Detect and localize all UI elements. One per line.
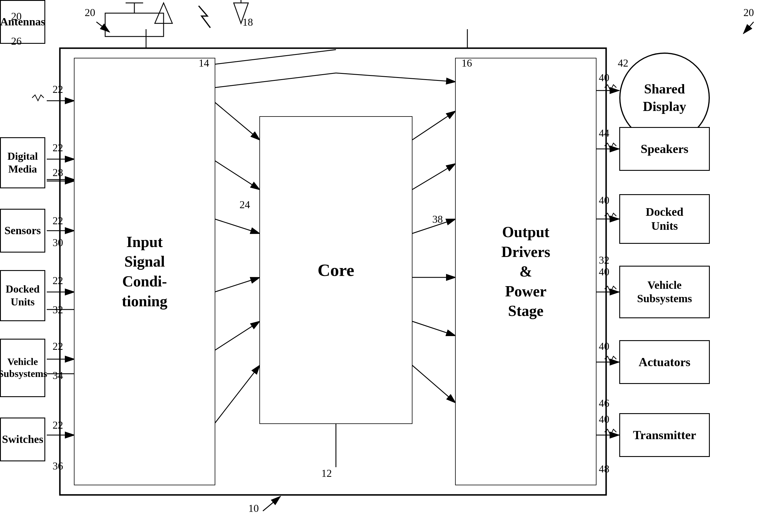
svg-line-16 xyxy=(215,219,260,234)
svg-line-45 xyxy=(744,22,754,33)
digital-media-box: DigitalMedia xyxy=(0,137,45,188)
ref-30: 30 xyxy=(52,237,63,249)
actuators-box: Actuators xyxy=(619,340,710,384)
svg-line-46 xyxy=(263,496,281,511)
svg-line-21 xyxy=(336,73,456,82)
svg-line-44 xyxy=(96,22,110,32)
transmitter-label: Transmitter xyxy=(633,428,696,442)
ref-16: 16 xyxy=(461,57,472,69)
vehicle-subsystems-output-box: VehicleSubsystems xyxy=(619,266,710,318)
actuators-label: Actuators xyxy=(639,355,690,369)
digital-media-label: DigitalMedia xyxy=(8,150,38,175)
ref-32-in: 32 xyxy=(52,304,63,316)
output-drivers-label: OutputDrivers&PowerStage xyxy=(501,222,550,321)
svg-line-20 xyxy=(215,73,336,88)
ref-24: 24 xyxy=(239,198,250,211)
ref-42: 42 xyxy=(618,57,628,69)
switches-box: Switches xyxy=(0,417,45,461)
svg-marker-40 xyxy=(155,3,172,23)
ref-40-2: 40 xyxy=(599,194,609,207)
ref-22-4: 22 xyxy=(52,274,63,287)
output-drivers-block: OutputDrivers&PowerStage xyxy=(456,58,596,485)
core-label: Core xyxy=(318,259,354,281)
svg-line-22 xyxy=(412,111,456,140)
ref-14: 14 xyxy=(199,57,209,69)
docked-units-output-label: DockedUnits xyxy=(646,205,683,233)
ref-22-2: 22 xyxy=(52,142,63,154)
ref-20-topcenter: 20 xyxy=(85,6,95,19)
sensors-box: Sensors xyxy=(0,209,45,253)
ref-22-5: 22 xyxy=(52,340,63,353)
docked-units-input-label: DockedUnits xyxy=(6,283,40,308)
ref-46: 46 xyxy=(599,397,609,409)
ref-18: 18 xyxy=(242,16,253,28)
ref-32-out: 32 xyxy=(599,254,609,266)
antennas-label: Antennas xyxy=(0,15,45,29)
svg-line-26 xyxy=(412,321,456,336)
switches-label: Switches xyxy=(2,433,43,446)
svg-line-17 xyxy=(215,277,260,292)
transmitter-box: Transmitter xyxy=(619,413,710,457)
ref-12: 12 xyxy=(321,467,332,480)
docked-units-input-box: DockedUnits xyxy=(0,270,45,321)
ref-20-topright: 20 xyxy=(744,6,754,19)
ref-22-1: 22 xyxy=(52,83,63,96)
input-signal-conditioning-block: InputSignalCondi-tioning xyxy=(75,58,215,485)
antennas-box: Antennas xyxy=(0,0,45,44)
ref-38: 38 xyxy=(432,213,443,226)
ref-48: 48 xyxy=(599,463,609,475)
ref-28: 28 xyxy=(52,166,63,179)
ref-40-5: 40 xyxy=(599,413,609,425)
speakers-box: Speakers xyxy=(619,127,710,171)
ref-10: 10 xyxy=(248,502,259,515)
ref-44: 44 xyxy=(599,127,609,139)
svg-line-15 xyxy=(215,161,260,190)
docked-units-output-box: DockedUnits xyxy=(619,194,710,244)
shared-display-label: SharedDisplay xyxy=(643,80,686,115)
sensors-label: Sensors xyxy=(4,224,41,237)
svg-rect-37 xyxy=(105,13,163,36)
vehicle-subsystems-output-label: VehicleSubsystems xyxy=(637,279,692,305)
ref-36: 36 xyxy=(52,460,63,472)
svg-line-19 xyxy=(215,365,260,423)
svg-line-50 xyxy=(215,50,336,64)
ref-26: 26 xyxy=(11,35,22,47)
ref-40-3: 40 xyxy=(599,266,609,278)
svg-line-27 xyxy=(412,365,456,403)
svg-line-14 xyxy=(215,102,260,140)
vehicle-subsystems-input-box: VehicleSubsystems xyxy=(0,339,45,397)
ref-40-4: 40 xyxy=(599,340,609,353)
vehicle-subsystems-input-label: VehicleSubsystems xyxy=(0,356,47,380)
core-block: Core xyxy=(260,117,412,423)
ref-22-3: 22 xyxy=(52,215,63,227)
ref-40-1: 40 xyxy=(599,72,609,84)
ref-34-in: 34 xyxy=(52,369,63,382)
svg-line-23 xyxy=(412,163,456,190)
diagram-container: Antennas DigitalMedia Sensors DockedUnit… xyxy=(0,0,777,532)
speakers-label: Speakers xyxy=(641,142,688,156)
svg-line-18 xyxy=(215,321,260,351)
ref-22-6: 22 xyxy=(52,419,63,431)
input-signal-conditioning-label: InputSignalCondi-tioning xyxy=(122,232,168,311)
ref-20-topleft: 20 xyxy=(11,10,22,22)
